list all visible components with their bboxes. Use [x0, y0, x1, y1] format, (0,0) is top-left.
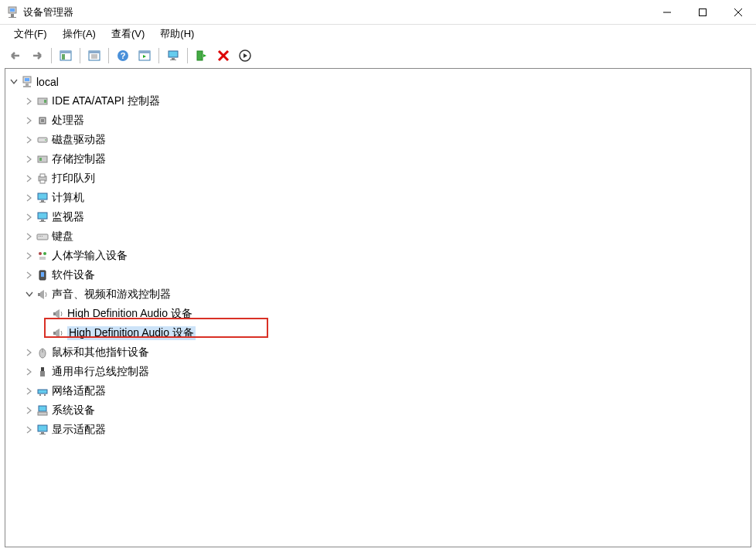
close-button[interactable] — [720, 0, 756, 25]
tree-node-software[interactable]: 软件设备 — [9, 265, 751, 285]
svg-marker-65 — [56, 329, 60, 338]
tree-node-disk[interactable]: 磁盘驱动器 — [9, 130, 751, 149]
svg-point-55 — [39, 252, 42, 255]
svg-marker-20 — [143, 55, 146, 58]
tree-node-computer[interactable]: 计算机 — [9, 188, 751, 207]
tree-node-mouse[interactable]: 鼠标和其他指针设备 — [9, 342, 751, 362]
svg-rect-37 — [41, 119, 44, 122]
chevron-right-icon[interactable] — [24, 173, 35, 184]
svg-rect-57 — [39, 257, 46, 260]
tree-node-network[interactable]: 网络适配器 — [9, 381, 751, 400]
system-icon — [36, 404, 49, 417]
device-tree[interactable]: local IDE ATA/ATAPI 控制器 处理器 磁盘驱动器 存储控制器 … — [5, 68, 751, 547]
tree-node-keyboard[interactable]: 键盘 — [9, 227, 751, 246]
svg-rect-22 — [172, 58, 175, 60]
chevron-right-icon[interactable] — [24, 366, 35, 377]
chevron-right-icon[interactable] — [24, 250, 35, 261]
chevron-right-icon[interactable] — [24, 96, 35, 107]
chevron-right-icon[interactable] — [24, 154, 35, 165]
tree-node-hid[interactable]: 人体学输入设备 — [9, 246, 751, 265]
tree-node-printqueue[interactable]: 打印队列 — [9, 169, 751, 188]
svg-rect-32 — [26, 83, 29, 86]
chevron-right-icon[interactable] — [24, 347, 35, 358]
software-icon — [36, 269, 49, 281]
update-driver-button[interactable] — [162, 46, 184, 66]
svg-rect-3 — [9, 17, 16, 18]
tree-node-usb[interactable]: 通用串行总线控制器 — [9, 362, 751, 381]
svg-rect-19 — [139, 51, 150, 53]
tree-node-audio-child2[interactable]: High Definition Audio 设备 — [9, 323, 751, 342]
menubar: 文件(F) 操作(A) 查看(V) 帮助(H) — [0, 25, 756, 43]
svg-point-56 — [43, 252, 46, 255]
uninstall-button[interactable] — [213, 46, 234, 66]
tree-node-processor[interactable]: 处理器 — [9, 111, 751, 130]
svg-rect-44 — [40, 180, 45, 183]
menu-action[interactable]: 操作(A) — [55, 26, 104, 43]
chevron-right-icon[interactable] — [24, 270, 35, 281]
svg-marker-61 — [40, 290, 44, 299]
svg-rect-54 — [42, 236, 43, 237]
chevron-right-icon[interactable] — [24, 405, 35, 416]
enable-device-button[interactable] — [191, 46, 213, 66]
maximize-button[interactable] — [685, 0, 720, 25]
svg-rect-24 — [197, 51, 203, 60]
svg-rect-72 — [44, 394, 46, 396]
tree-node-display[interactable]: 显示适配器 — [9, 420, 751, 439]
tree-node-storage[interactable]: 存储控制器 — [9, 149, 751, 169]
disk-icon — [36, 134, 49, 146]
maximize-icon — [699, 9, 707, 16]
svg-rect-5 — [700, 9, 707, 16]
tree-node-ide[interactable]: IDE ATA/ATAPI 控制器 — [9, 91, 751, 111]
svg-rect-33 — [23, 86, 31, 87]
scan-icon — [239, 49, 251, 62]
scan-changes-button[interactable] — [234, 46, 256, 66]
svg-rect-51 — [37, 234, 48, 240]
svg-rect-73 — [39, 406, 46, 411]
storage-icon — [36, 153, 49, 165]
chevron-right-icon[interactable] — [24, 212, 35, 223]
chevron-right-icon[interactable] — [24, 231, 35, 242]
svg-rect-9 — [60, 51, 71, 53]
svg-marker-63 — [56, 309, 60, 319]
menu-view[interactable]: 查看(V) — [104, 26, 152, 43]
chevron-right-icon[interactable] — [24, 135, 35, 145]
chevron-right-icon[interactable] — [24, 424, 35, 435]
svg-rect-50 — [39, 221, 46, 222]
menu-help[interactable]: 帮助(H) — [152, 26, 202, 43]
svg-rect-59 — [41, 272, 44, 277]
svg-marker-25 — [203, 54, 206, 57]
forward-button[interactable] — [26, 46, 48, 66]
tree-node-audio-child1[interactable]: High Definition Audio 设备 — [9, 304, 751, 323]
properties-button[interactable] — [83, 46, 105, 66]
node-label: 声音、视频和游戏控制器 — [52, 288, 171, 302]
svg-rect-64 — [53, 332, 56, 335]
menu-file[interactable]: 文件(F) — [6, 26, 55, 43]
help-button[interactable]: ? — [112, 46, 134, 66]
minimize-icon — [663, 9, 671, 16]
keyboard-icon — [36, 230, 49, 243]
show-hide-tree-button[interactable] — [55, 46, 77, 66]
chevron-down-icon[interactable] — [9, 77, 19, 87]
monitor-icon — [36, 211, 49, 223]
tree-node-root[interactable]: local — [9, 72, 751, 91]
tree-node-audio[interactable]: 声音、视频和游戏控制器 — [9, 285, 751, 304]
node-label: 软件设备 — [52, 268, 95, 282]
chevron-right-icon[interactable] — [24, 386, 35, 397]
app-icon — [6, 6, 19, 19]
node-label: 通用串行总线控制器 — [52, 365, 149, 379]
chevron-right-icon[interactable] — [24, 193, 35, 203]
delete-icon — [217, 49, 230, 62]
hid-icon — [36, 250, 49, 262]
chevron-down-icon[interactable] — [24, 289, 35, 300]
node-label: IDE ATA/ATAPI 控制器 — [52, 94, 160, 108]
enable-icon — [196, 49, 208, 62]
display-icon — [36, 424, 49, 436]
tree-node-system[interactable]: 系统设备 — [9, 400, 751, 420]
svg-rect-47 — [39, 202, 46, 203]
tree-node-monitor[interactable]: 监视器 — [9, 207, 751, 227]
minimize-button[interactable] — [649, 0, 685, 25]
chevron-right-icon[interactable] — [24, 115, 35, 126]
scan-hardware-button[interactable] — [134, 46, 155, 66]
panel-icon — [60, 49, 72, 62]
back-button[interactable] — [5, 46, 26, 66]
